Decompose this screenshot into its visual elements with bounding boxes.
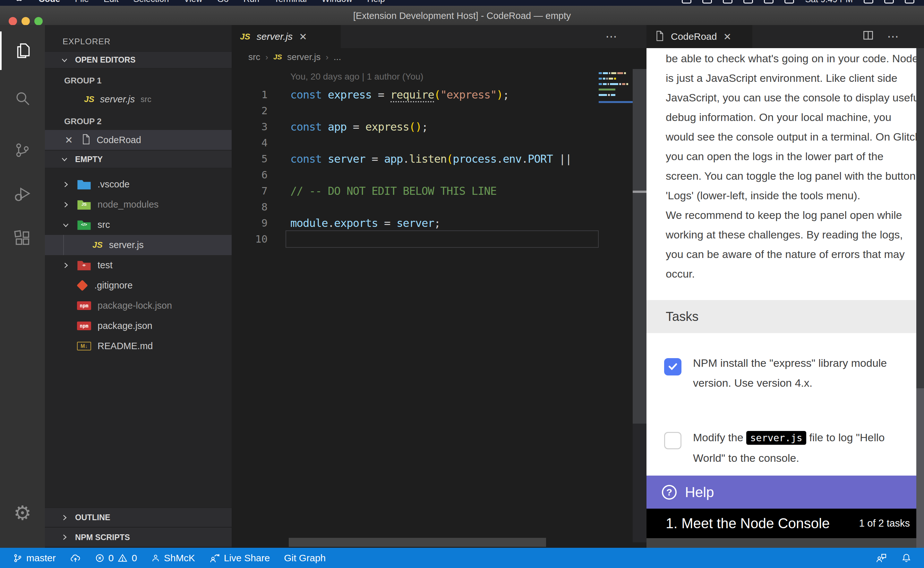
tree-item--vscode[interactable]: .vscode	[45, 174, 232, 195]
menu-item-edit[interactable]: Edit	[104, 0, 119, 6]
menubar-status-icon[interactable]	[702, 0, 712, 3]
menubar-status-icon[interactable]	[764, 0, 773, 3]
statusbar-item-feedback[interactable]	[876, 553, 887, 563]
editor-group: JS server.js ✕ ⋯ src › JS server.js › ..…	[232, 25, 647, 548]
menu-item-file[interactable]: File	[75, 0, 89, 6]
lesson-text-line: would see the console output in a termin…	[666, 127, 910, 147]
tree-item-package-lock-json[interactable]: npmpackage-lock.json	[45, 296, 232, 316]
close-icon[interactable]: ✕	[723, 31, 731, 42]
minimap-line	[599, 78, 616, 80]
tab-server-js[interactable]: JS server.js ✕	[232, 25, 341, 48]
activitybar-extensions[interactable]	[0, 219, 45, 258]
editor-tab-bar: JS server.js ✕ ⋯	[232, 25, 647, 48]
statusbar-label: ShMcK	[164, 553, 195, 563]
close-icon[interactable]: ✕	[65, 134, 73, 146]
menu-item-selection[interactable]: Selection	[133, 0, 169, 6]
editor-scrollbar-handle[interactable]	[633, 190, 647, 193]
editor-vertical-scrollbar[interactable]	[633, 69, 647, 424]
menu-item-code[interactable]: Code	[39, 0, 60, 6]
lesson-footer[interactable]: 1. Meet the Node Console 1 of 2 tasks	[647, 509, 924, 538]
lesson-text-line: you can be aware of the nature of errors…	[666, 245, 910, 264]
panel-tab-bar: CodeRoad ✕ ⋯	[647, 25, 924, 48]
git-file-icon	[77, 280, 88, 291]
split-editor-icon[interactable]	[862, 30, 874, 44]
explorer-sidebar: EXPLORER OPEN EDITORSGROUP 1JS server.js…	[45, 25, 232, 548]
minimap[interactable]	[599, 70, 633, 128]
menu-item-help[interactable]: Help	[367, 0, 385, 6]
line-number: 5	[232, 151, 268, 167]
js-file-icon: JS	[240, 32, 250, 42]
breadcrumb-src[interactable]: src	[248, 52, 260, 62]
code-line-7[interactable]: // -- DO NOT EDIT BELOW THIS LINE	[290, 183, 497, 199]
webview-bottom-strip	[647, 538, 916, 548]
lesson-title: 1. Meet the Node Console	[666, 515, 859, 532]
code-line-1[interactable]: const express = require("express");	[290, 87, 509, 103]
tab-coderoad[interactable]: CodeRoad ✕	[647, 25, 752, 48]
help-accordion[interactable]: ? Help	[647, 476, 924, 509]
line-number: 10	[232, 231, 268, 247]
menu-item-run[interactable]: Run	[244, 0, 259, 6]
menubar-status-icon[interactable]	[905, 0, 914, 3]
statusbar-item-notifications[interactable]	[901, 553, 911, 563]
statusbar-item-git-branch-master[interactable]: master	[13, 553, 56, 563]
statusbar-item-publish-changes[interactable]	[70, 553, 81, 563]
lesson-text-line: working at these challenges. By reading …	[666, 225, 910, 245]
section-header-outline[interactable]: OUTLINE	[45, 508, 232, 527]
task-checkbox-1[interactable]	[664, 358, 681, 375]
more-ellipsis-icon[interactable]: ⋯	[605, 30, 617, 43]
section-header-empty[interactable]: EMPTY	[45, 150, 232, 168]
menu-item-go[interactable]: Go	[217, 0, 229, 6]
task-progress-badge: 1 of 2 tasks	[859, 518, 910, 529]
more-ellipsis-icon[interactable]: ⋯	[887, 30, 898, 43]
statusbar-item-live-share[interactable]: Live Share	[209, 553, 270, 563]
editor-actions[interactable]: ⋯	[605, 25, 617, 48]
code-line-5[interactable]: const server = app.listen(process.env.PO…	[290, 151, 571, 167]
open-editor-server-js[interactable]: JS server.js src	[45, 89, 232, 109]
activitybar-search[interactable]	[0, 80, 45, 118]
tree-item-readme-md[interactable]: M↓README.md	[45, 336, 232, 356]
menu-item-window[interactable]: Window	[321, 0, 352, 6]
code-line-9[interactable]: module.exports = server;	[290, 215, 440, 231]
tree-item-node-modules[interactable]: JSnode_modules	[45, 195, 232, 215]
section-header-npm-scripts[interactable]: NPM SCRIPTS	[45, 527, 232, 547]
tree-item--gitignore[interactable]: .gitignore	[45, 275, 232, 296]
cloud-upload-icon	[70, 553, 81, 563]
help-question-icon: ?	[662, 485, 677, 500]
activitybar-explorer[interactable]	[0, 32, 45, 70]
statusbar-item-problems[interactable]: 00	[95, 553, 137, 563]
line-number: 7	[232, 183, 268, 199]
menu-item-view[interactable]: View	[184, 0, 202, 6]
menubar-status-icon[interactable]	[884, 0, 894, 3]
menubar-clock[interactable]: Sat 9:49 PM	[805, 0, 853, 6]
minimap-line	[599, 83, 628, 85]
menubar-status-icon[interactable]	[682, 0, 691, 3]
lesson-text-line: is just a JavaScript environment. Like c…	[666, 68, 910, 88]
js-file-icon: JS	[273, 53, 282, 61]
statusbar-item-live-share-account[interactable]: ShMcK	[151, 553, 195, 563]
breadcrumb-symbol[interactable]: ...	[334, 52, 341, 62]
tree-item-package-json[interactable]: npmpackage.json	[45, 316, 232, 336]
line-number: 2	[232, 103, 268, 119]
open-editor-coderoad[interactable]: ✕ CodeRoad	[45, 130, 232, 150]
activitybar-run-debug[interactable]	[0, 174, 45, 213]
menubar-status-icon[interactable]	[743, 0, 753, 3]
task-checkbox-2[interactable]	[664, 432, 681, 449]
code-line-3[interactable]: const app = express();	[290, 119, 428, 135]
statusbar-item-git-graph[interactable]: Git Graph	[284, 553, 326, 563]
panel-scrollbar-thumb[interactable]	[916, 48, 924, 388]
close-icon[interactable]: ✕	[299, 31, 307, 42]
activitybar-source-control[interactable]	[0, 131, 45, 169]
menubar-status-icon[interactable]	[723, 0, 733, 3]
tree-item-test[interactable]: ⌯test	[45, 255, 232, 275]
menubar-status-icon[interactable]	[864, 0, 873, 3]
apple-logo-icon[interactable]	[16, 0, 24, 6]
activitybar-settings-gear[interactable]: ⚙	[0, 494, 45, 532]
breadcrumb-server-js[interactable]: server.js	[287, 52, 321, 62]
editor-horizontal-scrollbar[interactable]	[289, 538, 546, 547]
tree-item-server-js[interactable]: JSserver.js	[45, 235, 232, 255]
menu-item-terminal[interactable]: Terminal	[274, 0, 307, 6]
tree-item-src[interactable]: </>src	[45, 215, 232, 235]
menubar-status-icon[interactable]	[784, 0, 794, 3]
section-header-open-editors[interactable]: OPEN EDITORS	[45, 51, 232, 68]
lesson-text-line: 'Logs' (lower-left, inside the tools men…	[666, 186, 910, 205]
